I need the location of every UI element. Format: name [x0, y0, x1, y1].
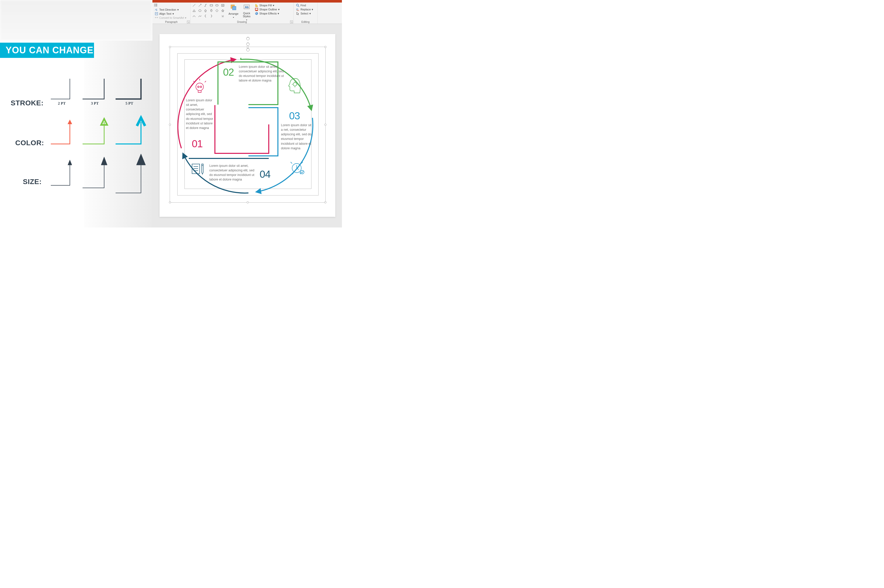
arrange-icon — [230, 3, 237, 11]
quick-styles-icon: Ab — [243, 3, 251, 10]
svg-rect-23 — [255, 6, 258, 7]
editing-group-label: Editing — [295, 20, 316, 24]
size-samples — [0, 152, 152, 198]
shape-outline-button[interactable]: Shape Outline▾ — [254, 8, 283, 11]
svg-line-12 — [198, 4, 201, 7]
find-button[interactable]: Find — [295, 3, 316, 8]
shape-brace-l-icon[interactable] — [203, 14, 209, 19]
segment-02-number: 02 — [223, 66, 234, 78]
convert-smartart-button[interactable]: Convert to SmartArt▾ — [154, 16, 189, 20]
align-text-button[interactable]: Align Text▾ — [154, 12, 189, 16]
smartart-icon — [155, 16, 158, 20]
svg-point-17 — [198, 10, 201, 12]
shape-connector-icon[interactable] — [203, 3, 209, 8]
paragraph-group-label: Paragraph — [154, 20, 189, 24]
svg-point-27 — [256, 12, 257, 14]
replace-button[interactable]: abacReplace▾ — [295, 8, 316, 11]
align-text-icon — [155, 12, 158, 15]
arrange-button[interactable]: Arrange▾ — [228, 3, 239, 19]
app-title-bar — [152, 0, 342, 3]
segment-03-text[interactable]: Lorem ipsum dolor sit a net, consectetur… — [281, 123, 312, 150]
find-icon — [296, 3, 299, 7]
svg-rect-4 — [154, 6, 155, 6]
svg-text:A: A — [155, 8, 156, 11]
shape-curve-icon[interactable] — [192, 14, 198, 19]
segment-04-text[interactable]: Lorem ipsum dolor sit amet, consectetuer… — [209, 164, 256, 182]
shape-fill-button[interactable]: Shape Fill▾ — [254, 3, 283, 8]
shape-arrow-down-icon[interactable] — [209, 9, 215, 14]
svg-text:ac: ac — [297, 9, 299, 11]
shape-triangle-icon[interactable] — [192, 9, 198, 14]
svg-rect-2 — [154, 5, 155, 5]
select-button[interactable]: Select▾ — [295, 11, 316, 15]
shape-line-icon[interactable] — [192, 3, 198, 8]
shape-brace-r-icon[interactable] — [209, 14, 215, 19]
ribbon-group-drawing: A — [191, 3, 294, 24]
svg-point-41 — [293, 82, 297, 86]
ribbon: A Text Direction▾ Align Text▾ Convert to… — [152, 3, 342, 24]
segment-01-text[interactable]: Lorem ipsum dolor sit amet, consectetuer… — [186, 98, 214, 130]
svg-rect-25 — [255, 10, 258, 11]
paragraph-dialog-launcher[interactable]: ↘ — [187, 21, 190, 23]
segment-01-number: 01 — [192, 138, 203, 150]
shape-outline-icon — [255, 8, 259, 11]
shape-effects-icon — [255, 12, 259, 15]
svg-rect-3 — [155, 5, 157, 5]
svg-rect-8 — [156, 14, 157, 14]
stroke-3pt: 3 PT — [91, 101, 99, 105]
svg-point-47 — [301, 170, 304, 174]
shape-line-arrow-icon[interactable] — [198, 3, 203, 8]
shape-roundrect-icon[interactable] — [215, 3, 221, 8]
shape-rect-icon[interactable] — [209, 3, 215, 8]
svg-rect-5 — [155, 6, 157, 6]
shape-star-icon[interactable] — [221, 9, 226, 14]
shape-textbox-icon[interactable]: A — [221, 3, 226, 8]
segment-02-text[interactable]: Lorem ipsum dolor sit amet, consectetuer… — [239, 64, 284, 83]
shape-freeform-icon[interactable] — [198, 14, 203, 19]
segment-03-number: 03 — [289, 110, 300, 122]
text-direction-button[interactable]: A Text Direction▾ — [154, 8, 189, 12]
color-samples — [0, 117, 152, 153]
svg-rect-1 — [155, 4, 157, 4]
svg-point-26 — [255, 12, 258, 15]
drawing-group-label: Drawing — [192, 20, 292, 24]
title-text: YOU CAN CHANGE — [6, 45, 93, 56]
svg-line-11 — [193, 4, 195, 7]
svg-line-38 — [205, 81, 206, 82]
shape-fill-icon — [255, 3, 259, 7]
ribbon-group-editing: Find abacReplace▾ Select▾ Editing — [294, 3, 317, 24]
segment-04-number: 04 — [260, 169, 271, 180]
svg-rect-13 — [210, 4, 213, 6]
slide-canvas[interactable]: 01 Lorem ipsum dolor sit amet, consectet… — [152, 24, 342, 228]
drawing-dialog-launcher[interactable]: ↘ — [290, 21, 293, 23]
svg-point-28 — [296, 4, 298, 6]
svg-point-35 — [196, 83, 203, 91]
svg-line-29 — [298, 6, 299, 7]
shape-arrow-up-icon[interactable] — [203, 9, 209, 14]
blurred-ribbon-mock — [0, 0, 152, 40]
svg-rect-20 — [232, 6, 236, 10]
replace-icon: abac — [296, 8, 299, 11]
stroke-samples: 2 PT 3 PT 5 PT — [0, 74, 152, 109]
shape-effects-button[interactable]: Shape Effects▾ — [254, 11, 283, 15]
svg-rect-9 — [155, 17, 156, 18]
stroke-5pt: 5 PT — [125, 101, 133, 105]
title-bar: YOU CAN CHANGE — [0, 43, 94, 58]
shape-more-icon[interactable] — [221, 14, 226, 19]
document-pencil-icon — [192, 164, 203, 174]
svg-text:Ab: Ab — [245, 6, 249, 9]
powerpoint-panel: A Text Direction▾ Align Text▾ Convert to… — [152, 0, 342, 228]
shape-oval-icon[interactable] — [198, 9, 203, 14]
quick-styles-button[interactable]: Ab Quick Styles▾ — [241, 3, 253, 19]
stroke-2pt: 2 PT — [58, 101, 66, 105]
promo-panel: YOU CAN CHANGE STROKE: 2 PT 3 PT 5 PT CO… — [0, 0, 152, 228]
ribbon-group-paragraph: A Text Direction▾ Align Text▾ Convert to… — [152, 3, 191, 24]
bullets-icon[interactable] — [154, 3, 158, 7]
select-icon — [296, 12, 299, 15]
shape-diamond-icon[interactable] — [215, 9, 221, 14]
svg-point-40 — [200, 86, 202, 88]
shapes-gallery[interactable]: A — [192, 3, 226, 19]
slide[interactable]: 01 Lorem ipsum dolor sit amet, consectet… — [159, 34, 335, 217]
svg-text:A: A — [222, 4, 224, 6]
svg-rect-24 — [255, 8, 258, 10]
